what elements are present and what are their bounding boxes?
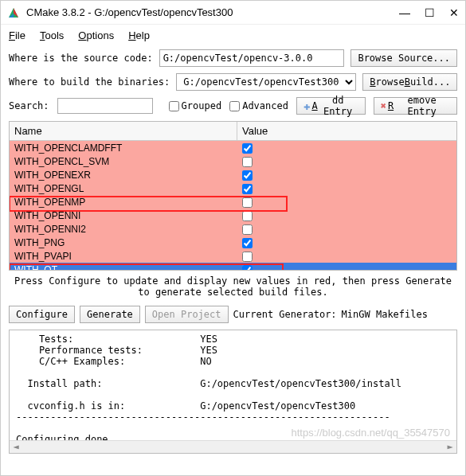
option-checkbox[interactable]	[242, 211, 253, 221]
window-title: CMake 3.8.2 - G:/opencvTest/opencvTest30…	[26, 6, 399, 18]
minimize-button[interactable]: —	[399, 6, 410, 19]
remove-entry-button[interactable]: ✖Remove Entry	[374, 97, 457, 115]
option-value[interactable]	[237, 196, 456, 207]
menu-tools[interactable]: Tools	[40, 29, 64, 41]
option-value[interactable]	[237, 263, 456, 271]
browse-source-button[interactable]: Browse Source...	[350, 49, 457, 67]
advanced-checkbox[interactable]: Advanced	[229, 100, 288, 111]
option-name: WITH_OPENNI2	[10, 224, 237, 235]
search-input[interactable]	[57, 98, 153, 114]
menu-options[interactable]: Options	[78, 29, 114, 41]
open-project-button[interactable]: Open Project	[145, 306, 229, 323]
option-checkbox[interactable]	[242, 184, 253, 194]
search-label: Search:	[9, 100, 49, 111]
output-scrollbar[interactable]: ◄►	[10, 440, 456, 453]
option-checkbox[interactable]	[242, 238, 253, 248]
column-value[interactable]: Value	[237, 122, 456, 140]
option-value[interactable]	[237, 250, 456, 261]
plus-icon: ✚	[303, 99, 310, 112]
option-row[interactable]: WITH_OPENNI2	[10, 222, 456, 236]
menu-file[interactable]: File	[9, 29, 25, 41]
option-name: WITH_OPENGL	[10, 183, 237, 194]
column-name[interactable]: Name	[10, 122, 237, 140]
current-generator-label: Current Generator:	[233, 309, 337, 320]
scroll-right-icon[interactable]: ►	[444, 441, 456, 453]
hint-text: Press Configure to update and display ne…	[1, 274, 465, 302]
option-name: WITH_OPENNI	[10, 210, 237, 221]
option-row[interactable]: WITH_PVAPI	[10, 249, 456, 263]
option-name: WITH_PNG	[10, 237, 237, 248]
cmake-logo	[7, 6, 20, 19]
option-row[interactable]: WITH_QT	[10, 263, 456, 271]
option-value[interactable]	[237, 169, 456, 180]
option-row[interactable]: WITH_OPENNI	[10, 209, 456, 222]
option-checkbox[interactable]	[242, 197, 253, 208]
browse-build-button[interactable]: Browse Build...	[362, 73, 457, 91]
source-label: Where is the source code:	[9, 53, 153, 64]
option-name: WITH_PVAPI	[10, 251, 237, 262]
current-generator-value: MinGW Makefiles	[342, 309, 428, 320]
option-row[interactable]: WITH_OPENCL_SVM	[10, 154, 456, 168]
option-name: WITH_QT	[10, 264, 237, 271]
generate-button[interactable]: Generate	[80, 306, 140, 323]
option-row[interactable]: WITH_PNG	[10, 236, 456, 249]
option-name: WITH_OPENCLAMDFFT	[10, 142, 237, 154]
option-value[interactable]	[237, 209, 456, 220]
maximize-button[interactable]: ☐	[425, 6, 435, 19]
option-row[interactable]: WITH_OPENGL	[10, 181, 456, 195]
option-row[interactable]: WITH_OPENCLAMDFFT	[10, 141, 456, 154]
option-checkbox[interactable]	[242, 224, 253, 235]
option-checkbox[interactable]	[242, 265, 253, 271]
source-input[interactable]	[159, 49, 345, 67]
option-name: WITH_OPENMP	[10, 197, 237, 208]
option-checkbox[interactable]	[242, 252, 253, 262]
option-value[interactable]	[237, 236, 456, 248]
options-grid[interactable]: Name Value WITH_OPENCLAMDFFTWITH_OPENCL_…	[9, 121, 457, 271]
option-value[interactable]	[237, 155, 456, 166]
option-row[interactable]: WITH_OPENEXR	[10, 168, 456, 181]
option-value[interactable]	[237, 223, 456, 234]
menu-help[interactable]: Help	[128, 29, 150, 41]
option-name: WITH_OPENEXR	[10, 170, 237, 181]
grouped-checkbox[interactable]: Grouped	[169, 100, 222, 111]
option-value[interactable]	[237, 182, 456, 193]
option-row[interactable]: WITH_OPENMP	[10, 195, 456, 209]
add-entry-button[interactable]: ✚Add Entry	[296, 97, 366, 115]
x-icon: ✖	[381, 100, 386, 111]
configure-button[interactable]: Configure	[9, 306, 75, 323]
build-select[interactable]: G:/opencvTest/opencvTest300	[176, 73, 356, 91]
output-panel[interactable]: Tests: YES Performance tests: YES C/C++ …	[9, 330, 457, 454]
option-name: WITH_OPENCL_SVM	[10, 156, 237, 167]
scroll-left-icon[interactable]: ◄	[10, 441, 22, 453]
build-label: Where to build the binaries:	[9, 76, 170, 88]
option-checkbox[interactable]	[242, 170, 253, 181]
close-button[interactable]: ✕	[449, 6, 459, 19]
option-checkbox[interactable]	[242, 157, 253, 167]
option-value[interactable]	[237, 142, 456, 153]
option-checkbox[interactable]	[242, 143, 253, 154]
watermark: https://blog.csdn.net/qq_35547570	[292, 427, 451, 439]
